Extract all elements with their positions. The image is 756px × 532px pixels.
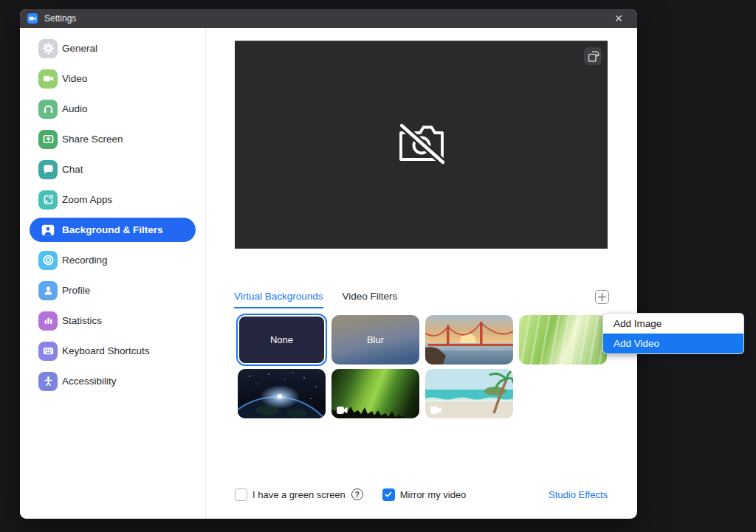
desktop-background: { "window": { "title": "Settings", "clos… <box>0 0 756 532</box>
accessibility-icon <box>38 372 58 391</box>
sidebar-item-label: Keyboard Shortcuts <box>62 345 150 356</box>
sidebar-item-label: Zoom Apps <box>62 194 112 205</box>
sidebar-item-label: Chat <box>62 164 83 175</box>
background-tabs: Virtual Backgrounds Video Filters <box>234 291 397 308</box>
gear-icon <box>38 39 58 58</box>
video-background-badge-icon <box>430 407 441 414</box>
sidebar-item-background-filters[interactable]: Background & Filters <box>30 218 196 242</box>
sidebar-item-label: Share Screen <box>62 134 123 145</box>
background-tile-golden-gate-bridge[interactable] <box>425 315 513 365</box>
bar-chart-icon <box>38 311 58 331</box>
video-camera-icon <box>38 69 58 89</box>
sidebar-item-chat[interactable]: Chat <box>30 157 196 182</box>
sidebar-item-audio[interactable]: Audio <box>30 97 196 121</box>
close-icon[interactable]: × <box>609 9 628 28</box>
headphones-icon <box>38 100 58 119</box>
sidebar-item-video[interactable]: Video <box>30 66 196 91</box>
sidebar-item-label: Profile <box>62 285 90 296</box>
sidebar-item-accessibility[interactable]: Accessibility <box>30 369 196 393</box>
virtual-background-grid: None Blur <box>238 315 616 418</box>
background-options-footer: I have a green screen ? Mirror my video … <box>235 486 608 502</box>
check-icon <box>384 490 393 499</box>
background-tile-aurora-forest[interactable] <box>331 369 419 418</box>
menu-item-add-image[interactable]: Add Image <box>603 314 743 334</box>
background-tile-green-grass[interactable] <box>519 315 607 365</box>
green-screen-label: I have a green screen <box>252 489 346 500</box>
sidebar-item-label: General <box>62 43 97 54</box>
title-bar: Settings × <box>20 9 637 28</box>
share-screen-icon <box>38 130 58 149</box>
sidebar-item-label: Statistics <box>62 315 102 326</box>
background-filters-icon <box>38 221 58 240</box>
video-background-badge-icon <box>337 407 348 414</box>
sidebar-item-label: Background & Filters <box>62 224 163 235</box>
add-background-button[interactable] <box>595 290 609 304</box>
tab-virtual-backgrounds[interactable]: Virtual Backgrounds <box>234 291 323 308</box>
rotate-icon[interactable] <box>584 47 602 65</box>
sidebar-item-label: Recording <box>62 255 108 266</box>
mirror-video-checkbox[interactable] <box>382 488 395 501</box>
settings-window: Settings × General <box>20 9 637 519</box>
background-tile-blur[interactable]: Blur <box>331 315 419 365</box>
sidebar-item-keyboard-shortcuts[interactable]: Keyboard Shortcuts <box>30 339 196 363</box>
sidebar-item-recording[interactable]: Recording <box>30 248 196 272</box>
window-title: Settings <box>44 13 76 24</box>
sidebar-item-general[interactable]: General <box>30 36 196 61</box>
tab-video-filters[interactable]: Video Filters <box>343 291 398 308</box>
zoom-apps-icon <box>38 190 58 210</box>
plus-icon <box>597 292 607 302</box>
main-content: Virtual Backgrounds Video Filters None B… <box>207 28 637 519</box>
video-preview <box>235 41 608 249</box>
settings-sidebar: General Video Audio <box>20 28 206 519</box>
mirror-video-label: Mirror my video <box>400 489 467 500</box>
zoom-app-icon <box>27 13 38 24</box>
background-tile-earth-from-space[interactable] <box>238 369 326 418</box>
tile-label: Blur <box>331 315 419 365</box>
background-tile-none[interactable]: None <box>238 315 326 365</box>
tile-label: None <box>239 317 324 363</box>
studio-effects-link[interactable]: Studio Effects <box>549 489 608 500</box>
background-tile-beach-palm-tree[interactable] <box>425 369 513 418</box>
menu-item-add-video[interactable]: Add Video <box>603 334 743 353</box>
sidebar-item-share-screen[interactable]: Share Screen <box>30 127 196 151</box>
sidebar-item-profile[interactable]: Profile <box>30 278 196 303</box>
record-icon <box>38 251 58 270</box>
sidebar-item-statistics[interactable]: Statistics <box>30 308 196 333</box>
sidebar-item-label: Video <box>62 73 87 84</box>
help-icon[interactable]: ? <box>351 488 363 500</box>
green-screen-checkbox[interactable] <box>235 488 247 501</box>
mirror-video-group: Mirror my video <box>382 488 467 501</box>
chat-bubble-icon <box>38 160 58 179</box>
sidebar-item-label: Accessibility <box>62 376 117 387</box>
sidebar-item-zoom-apps[interactable]: Zoom Apps <box>30 187 196 212</box>
keyboard-icon <box>38 342 58 361</box>
profile-icon <box>38 281 58 300</box>
add-background-context-menu: Add Image Add Video <box>603 314 743 353</box>
camera-off-icon <box>394 121 449 170</box>
sidebar-item-label: Audio <box>62 103 88 114</box>
